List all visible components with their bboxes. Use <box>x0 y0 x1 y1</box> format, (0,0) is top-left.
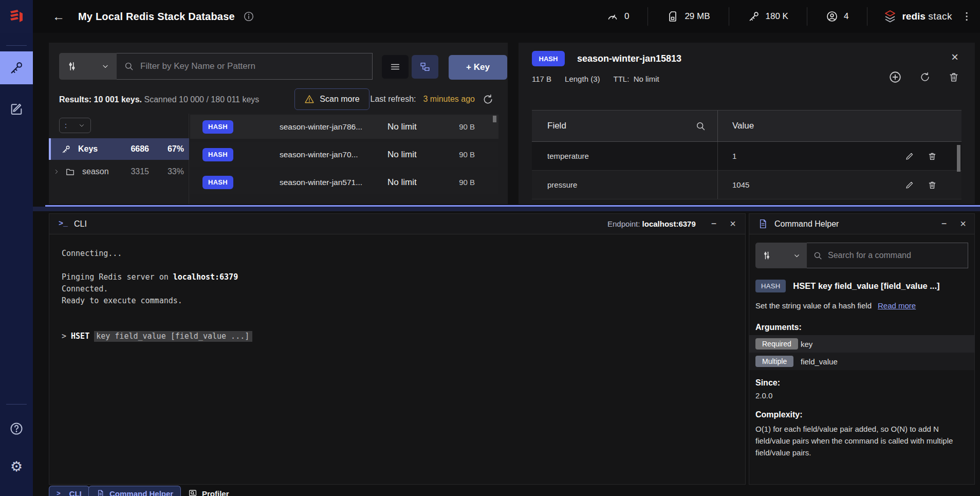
stat-keys[interactable]: 180 K <box>729 7 807 26</box>
tab-command-helper[interactable]: Command Helper <box>88 486 181 496</box>
tree-node-season[interactable]: season 3315 33% <box>49 161 189 182</box>
results-row: Results: 10 001 keys. Scanned 10 000 / 1… <box>59 88 501 111</box>
key-list-scrollbar[interactable] <box>493 116 496 122</box>
sidebar-item-browser[interactable] <box>0 51 33 84</box>
key-type-badge: HASH <box>532 51 565 66</box>
complexity-text: O(1) for each field/value pair added, so… <box>755 423 963 458</box>
since-label: Since: <box>755 378 780 388</box>
sidebar-item-workbench[interactable] <box>0 93 33 125</box>
redis-stack-icon <box>883 9 897 24</box>
key-row[interactable]: HASH season-winter-jan571... No limit 90… <box>190 170 498 194</box>
chevron-down-icon <box>78 122 85 129</box>
delete-field-icon[interactable] <box>928 152 937 161</box>
chevron-down-icon <box>101 62 109 70</box>
close-cli-icon[interactable]: × <box>730 218 736 230</box>
refresh-keys-icon[interactable] <box>482 94 494 105</box>
read-more-link[interactable]: Read more <box>878 301 916 310</box>
edit-field-icon[interactable] <box>905 152 914 161</box>
command-heading: HASH HSET key field_value [field_value .… <box>755 280 940 292</box>
argument-kind-badge: Multiple <box>755 356 793 367</box>
command-search-input[interactable] <box>828 251 961 260</box>
browser-panel: + Key Results: 10 001 keys. Scanned 10 0… <box>49 43 508 204</box>
key-icon <box>61 144 71 154</box>
add-field-icon[interactable] <box>889 70 902 84</box>
key-actions <box>889 70 959 84</box>
profiler-icon <box>188 489 197 496</box>
panel-resize-handle[interactable] <box>45 205 980 207</box>
stat-clients[interactable]: 4 <box>807 7 867 26</box>
close-helper-icon[interactable]: × <box>960 218 966 230</box>
chevron-right-icon[interactable] <box>53 168 60 175</box>
sidebar-item-settings[interactable]: ⚙ <box>0 450 33 483</box>
delimiter-dropdown[interactable]: : <box>59 118 91 133</box>
terminal-icon: >_ <box>57 490 65 496</box>
redis-logo-icon <box>7 7 26 26</box>
stat-memory[interactable]: 29 MB <box>648 7 729 26</box>
warning-icon <box>304 94 315 104</box>
delete-key-icon[interactable] <box>948 71 959 83</box>
last-refresh: Last refresh: 3 minutes ago <box>371 88 494 110</box>
cli-panel: >_ CLI Endpoint: localhost:6379 − × Conn… <box>49 213 746 485</box>
redis-stack-brand: redis stack <box>867 9 957 24</box>
document-icon <box>96 489 105 496</box>
argument-kind-badge: Required <box>755 338 798 350</box>
key-type-filter-dropdown[interactable] <box>59 53 117 80</box>
terminal-icon: >_ <box>59 219 68 228</box>
argument-row: Required key <box>749 335 974 353</box>
key-row[interactable]: HASH season-winter-jan786... No limit 90… <box>190 115 498 139</box>
selected-key-name[interactable]: season-winter-jan15813 <box>577 53 681 64</box>
overflow-menu-icon[interactable] <box>957 10 980 23</box>
tab-profiler[interactable]: Profiler <box>181 486 236 496</box>
command-helper-panel: Command Helper − × HASH HSET key field_v… <box>749 213 975 485</box>
command-group-dropdown[interactable] <box>755 243 807 268</box>
helper-filter-row <box>755 243 968 268</box>
key-length: Length (3) <box>565 75 600 83</box>
minimize-cli-icon[interactable]: − <box>711 218 717 229</box>
redis-logo[interactable] <box>0 0 33 33</box>
complexity-label: Complexity: <box>755 410 803 419</box>
help-icon <box>9 421 24 436</box>
filter-sliders-icon <box>762 250 772 261</box>
tree-view-button[interactable] <box>412 55 438 79</box>
key-ttl[interactable]: TTL: No limit <box>613 75 659 83</box>
sidebar: ⚙ <box>0 33 33 496</box>
arguments-label: Arguments: <box>755 323 802 332</box>
command-group-badge: HASH <box>755 280 786 292</box>
key-row[interactable]: HASH season-winter-jan70... No limit 90 … <box>190 142 498 167</box>
edit-field-icon[interactable] <box>905 180 914 190</box>
field-row[interactable]: temperature 1 <box>532 142 961 171</box>
field-row[interactable]: pressure 1045 <box>532 171 961 199</box>
tab-cli[interactable]: >_ CLI <box>49 486 89 496</box>
key-details-header: HASH season-winter-jan15813 <box>532 51 681 66</box>
scan-more-button[interactable]: Scan more <box>294 88 369 110</box>
scanned-text: Scanned 10 000 / 180 011 keys <box>144 95 259 104</box>
key-size: 117 B <box>532 75 551 83</box>
delete-field-icon[interactable] <box>928 180 937 190</box>
top-bar: ← My Local Redis Stack Database 0 29 MB … <box>0 0 980 33</box>
refresh-key-icon[interactable] <box>919 71 931 83</box>
split-strip <box>33 207 980 211</box>
tree-view-icon <box>419 61 431 72</box>
cli-endpoint: Endpoint: localhost:6379 <box>607 219 696 228</box>
chevron-down-icon <box>793 252 801 260</box>
fields-table: Field Value temperature 1 pressure 1045 <box>532 110 961 204</box>
fields-scrollbar[interactable] <box>957 145 960 172</box>
settings-gear-icon: ⚙ <box>10 458 23 475</box>
add-key-button[interactable]: + Key <box>449 55 507 80</box>
sidebar-item-help[interactable] <box>0 412 33 445</box>
close-details-icon[interactable]: × <box>951 50 958 64</box>
key-filter-input[interactable] <box>140 61 365 71</box>
stat-cpu[interactable]: 0 <box>588 7 648 26</box>
minimize-helper-icon[interactable]: − <box>941 218 947 229</box>
column-divider[interactable] <box>717 111 718 141</box>
list-view-button[interactable] <box>382 55 409 79</box>
cli-output[interactable]: Connecting... Pinging Redis server on lo… <box>49 234 745 356</box>
field-search-icon[interactable] <box>695 121 706 132</box>
filter-sliders-icon <box>66 61 78 72</box>
tree-node-keys[interactable]: Keys 6686 67% <box>49 138 189 160</box>
info-icon[interactable] <box>243 11 254 22</box>
back-button[interactable]: ← <box>52 9 65 24</box>
cli-prompt-line[interactable]: > HSET key field_value [field_value ...] <box>62 330 733 342</box>
command-signature: HSET key field_value [field_value ...] <box>793 281 939 291</box>
last-refresh-label: Last refresh: <box>371 95 416 104</box>
